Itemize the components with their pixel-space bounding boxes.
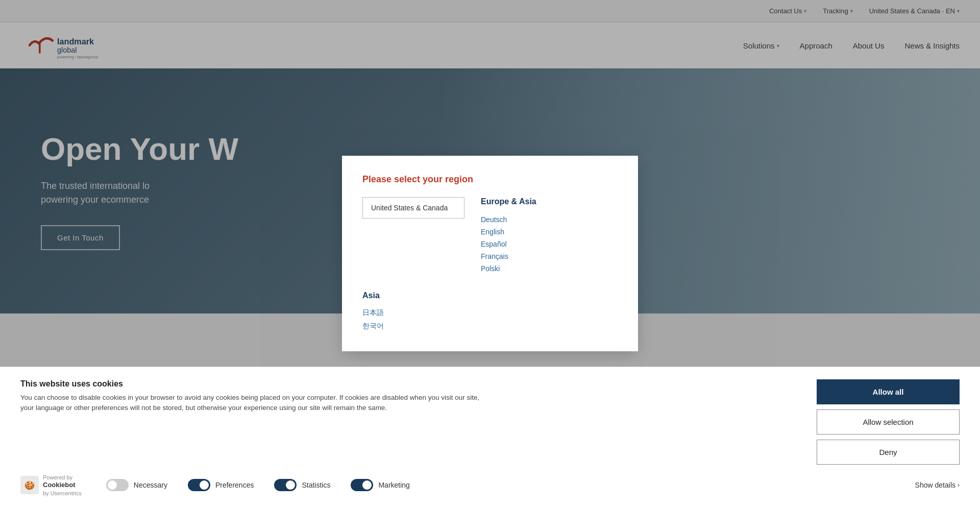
region-section-asia: Asia 日本語 한국어 (362, 291, 618, 313)
modal-backdrop[interactable]: Please select your region United States … (0, 0, 980, 313)
region-col-europe: Europe & Asia Deutsch English Español Fr… (481, 197, 618, 275)
lang-english[interactable]: English (481, 226, 618, 238)
region-modal: Please select your region United States … (342, 156, 638, 313)
europe-asia-title: Europe & Asia (481, 197, 618, 206)
lang-japanese[interactable]: 日本語 (362, 306, 618, 313)
us-canada-button[interactable]: United States & Canada (362, 197, 464, 219)
lang-espanol[interactable]: Español (481, 238, 618, 250)
region-col-us-canada: United States & Canada (362, 197, 464, 275)
lang-francais[interactable]: Français (481, 250, 618, 262)
asia-title: Asia (362, 291, 618, 300)
region-columns: United States & Canada Europe & Asia Deu… (362, 197, 618, 275)
lang-polski[interactable]: Polski (481, 262, 618, 275)
lang-deutsch[interactable]: Deutsch (481, 213, 618, 226)
modal-title: Please select your region (362, 174, 618, 185)
